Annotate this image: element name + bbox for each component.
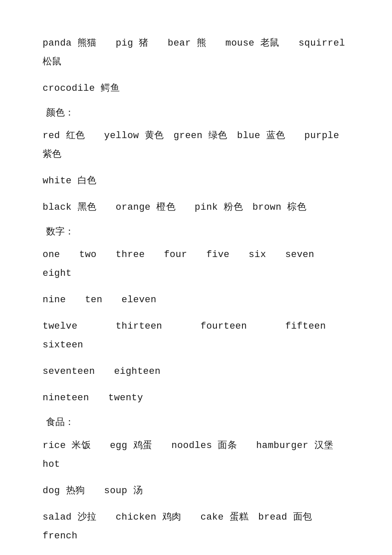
page-content: panda 熊猫 pig 猪 bear 熊 mouse 老鼠 squirrel … (43, 34, 354, 555)
food-line1: rice 米饭 egg 鸡蛋 noodles 面条 hamburger 汉堡 h… (43, 436, 354, 474)
colors-line3: black 黑色 orange 橙色 pink 粉色 brown 棕色 (43, 198, 354, 217)
animals-line2: crocodile 鳄鱼 (43, 79, 354, 98)
numbers-label: 数字： (43, 225, 354, 240)
colors-line2: white 白色 (43, 172, 354, 191)
numbers-line5: nineteen twenty (43, 389, 354, 408)
colors-section: 颜色： red 红色 yellow 黄色 green 绿色 blue 蓝色 pu… (43, 106, 354, 217)
food-line3: salad 沙拉 chicken 鸡肉 cake 蛋糕 bread 面包 fre… (43, 508, 354, 546)
numbers-line1: one two three four five six seven eight (43, 246, 354, 283)
numbers-line2: nine ten eleven (43, 291, 354, 309)
animals-line1: panda 熊猫 pig 猪 bear 熊 mouse 老鼠 squirrel … (43, 34, 354, 72)
food-label: 食品： (43, 415, 354, 430)
food-line2: dog 热狗 soup 汤 (43, 482, 354, 500)
colors-label: 颜色： (43, 106, 354, 121)
food-section: 食品： rice 米饭 egg 鸡蛋 noodles 面条 hamburger … (43, 415, 354, 555)
colors-line1: red 红色 yellow 黄色 green 绿色 blue 蓝色 purple… (43, 127, 354, 164)
numbers-line4: seventeen eighteen (43, 362, 354, 381)
animals-section: panda 熊猫 pig 猪 bear 熊 mouse 老鼠 squirrel … (43, 34, 354, 98)
numbers-line3: twelve thirteen fourteen fifteen sixteen (43, 317, 354, 355)
food-line4: fries 炸薯条 (43, 553, 354, 555)
numbers-section: 数字： one two three four five six seven ei… (43, 225, 354, 408)
